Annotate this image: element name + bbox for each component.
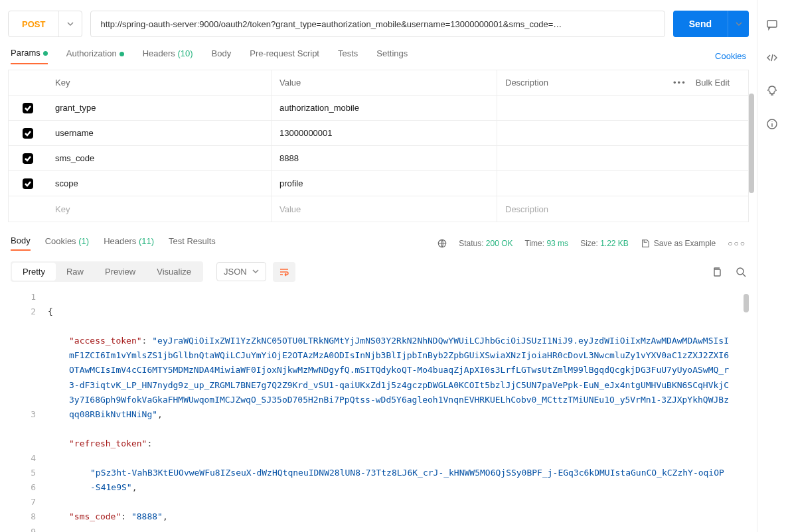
param-key[interactable]: sms_code xyxy=(47,146,272,170)
param-key[interactable]: scope xyxy=(47,171,272,196)
wrap-lines-button[interactable] xyxy=(273,262,295,282)
tab-settings[interactable]: Settings xyxy=(376,48,408,64)
view-preview[interactable]: Preview xyxy=(94,263,146,281)
globe-icon[interactable] xyxy=(437,239,447,248)
table-row[interactable]: grant_type authorization_mobile xyxy=(9,96,748,121)
http-method: POST xyxy=(9,19,58,29)
params-table: Key Value Description ••• Bulk Edit gran… xyxy=(8,70,749,222)
tab-authorization[interactable]: Authorization xyxy=(66,48,124,64)
param-description-placeholder[interactable]: Description xyxy=(497,196,748,222)
more-icon[interactable]: ○○○ xyxy=(728,239,746,248)
search-icon[interactable] xyxy=(736,267,746,277)
send-dropdown[interactable] xyxy=(728,11,749,37)
table-row-empty[interactable]: Key Value Description xyxy=(9,196,748,222)
tab-tests[interactable]: Tests xyxy=(338,48,358,64)
more-icon[interactable]: ••• xyxy=(673,78,686,88)
format-selector[interactable]: JSON xyxy=(216,262,266,281)
param-description[interactable] xyxy=(497,121,748,145)
param-value-placeholder[interactable]: Value xyxy=(272,196,497,222)
size-label: Size: 1.22 KB xyxy=(580,239,629,248)
params-indicator-dot xyxy=(43,51,48,56)
tab-headers[interactable]: Headers (10) xyxy=(143,48,193,64)
col-key: Key xyxy=(47,70,272,95)
view-pretty[interactable]: Pretty xyxy=(12,263,56,281)
save-as-example[interactable]: Save as Example xyxy=(641,239,716,248)
scrollbar[interactable] xyxy=(749,94,754,193)
line-gutter: 12 3 456789 xyxy=(8,290,48,532)
response-body: 12 3 456789 { "access_token": "eyJraWQiO… xyxy=(8,290,749,532)
view-visualize[interactable]: Visualize xyxy=(146,263,202,281)
checkbox-icon[interactable] xyxy=(23,128,33,139)
resp-tab-cookies[interactable]: Cookies (1) xyxy=(45,236,89,250)
resp-tab-test-results[interactable]: Test Results xyxy=(169,236,216,250)
checkbox-icon[interactable] xyxy=(23,153,33,164)
code-icon[interactable] xyxy=(766,52,778,64)
info-icon[interactable] xyxy=(766,118,778,130)
tab-params[interactable]: Params xyxy=(11,48,48,64)
tab-prerequest[interactable]: Pre-request Script xyxy=(250,48,319,64)
resp-tab-headers[interactable]: Headers (11) xyxy=(104,236,154,250)
request-tabs: Params Authorization Headers (10) Body P… xyxy=(8,48,749,70)
cookies-link[interactable]: Cookies xyxy=(715,51,746,61)
chevron-down-icon xyxy=(252,267,259,277)
scrollbar[interactable] xyxy=(744,294,749,312)
copy-icon[interactable] xyxy=(712,267,722,277)
response-tabs: Body Cookies (1) Headers (11) Test Resul… xyxy=(8,230,749,256)
table-row[interactable]: scope profile xyxy=(9,171,748,196)
chevron-down-icon xyxy=(58,11,82,36)
param-value[interactable]: authorization_mobile xyxy=(272,96,497,120)
param-description[interactable] xyxy=(497,96,748,120)
col-value: Value xyxy=(272,70,497,95)
view-raw[interactable]: Raw xyxy=(56,263,94,281)
param-description[interactable] xyxy=(497,171,748,196)
checkbox-icon[interactable] xyxy=(23,178,33,189)
status-label: Status: 200 OK xyxy=(459,239,512,248)
response-view-controls: Pretty Raw Preview Visualize JSON xyxy=(8,256,749,290)
send-button[interactable]: Send xyxy=(673,11,728,37)
svg-rect-1 xyxy=(714,269,720,276)
param-key[interactable]: username xyxy=(47,121,272,145)
svg-rect-3 xyxy=(767,21,777,27)
method-selector[interactable]: POST xyxy=(8,11,82,37)
checkbox-icon[interactable] xyxy=(23,103,33,113)
tab-body[interactable]: Body xyxy=(212,48,232,64)
resp-tab-body[interactable]: Body xyxy=(11,235,31,251)
table-row[interactable]: sms_code 8888 xyxy=(9,146,748,171)
bulk-edit-link[interactable]: Bulk Edit xyxy=(696,78,730,88)
lightbulb-icon[interactable] xyxy=(766,85,778,97)
col-description: Description ••• Bulk Edit xyxy=(497,70,748,95)
save-icon xyxy=(641,239,650,248)
auth-indicator-dot xyxy=(119,52,124,56)
svg-point-2 xyxy=(737,268,744,275)
param-key[interactable]: grant_type xyxy=(47,96,272,120)
table-row[interactable]: username 13000000001 xyxy=(9,121,748,146)
time-label: Time: 93 ms xyxy=(525,239,569,248)
param-value[interactable]: profile xyxy=(272,171,497,196)
param-description[interactable] xyxy=(497,146,748,170)
url-input[interactable] xyxy=(90,11,665,37)
params-header-row: Key Value Description ••• Bulk Edit xyxy=(9,70,748,96)
param-value[interactable]: 13000000001 xyxy=(272,121,497,145)
param-value[interactable]: 8888 xyxy=(272,146,497,170)
code-content[interactable]: { "access_token": "eyJraWQiOiIxZWI1YzZkN… xyxy=(48,290,749,532)
request-row: POST Send xyxy=(8,11,749,37)
param-key-placeholder[interactable]: Key xyxy=(47,196,272,222)
right-rail xyxy=(757,0,786,532)
comment-icon[interactable] xyxy=(766,19,778,31)
